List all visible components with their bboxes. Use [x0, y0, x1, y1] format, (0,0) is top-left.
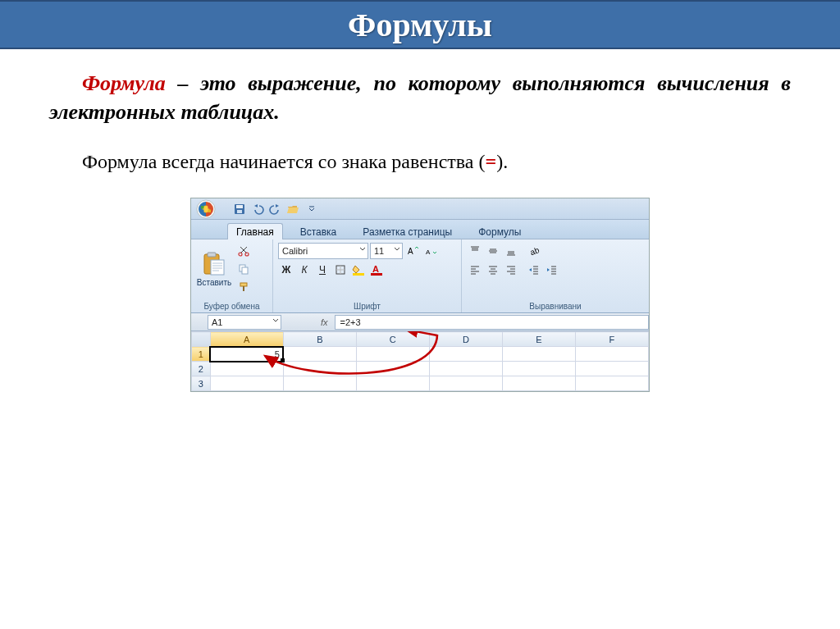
- svg-rect-8: [237, 210, 242, 213]
- office-button[interactable]: [194, 199, 226, 219]
- slide-title-bar: Формулы: [0, 0, 840, 49]
- formula-value: =2+3: [340, 317, 361, 327]
- col-header-c[interactable]: C: [356, 332, 429, 347]
- sheet-grid[interactable]: A B C D E F 1 5: [191, 331, 649, 391]
- fill-color-button[interactable]: [350, 262, 367, 278]
- cell-a1[interactable]: 5: [210, 347, 283, 362]
- svg-rect-3: [208, 206, 212, 209]
- cut-button[interactable]: [235, 243, 252, 259]
- cell-f3[interactable]: [575, 376, 648, 391]
- svg-rect-21: [353, 273, 364, 276]
- save-button[interactable]: [232, 202, 247, 217]
- note-equals-sign: =: [485, 151, 496, 172]
- cell-f2[interactable]: [575, 362, 648, 376]
- paste-label: Вставить: [197, 278, 231, 287]
- note-after: ).: [496, 151, 508, 172]
- cell-c2[interactable]: [356, 362, 429, 376]
- formula-note: Формула всегда начинается со знака равен…: [49, 151, 791, 173]
- col-header-e[interactable]: E: [502, 332, 575, 347]
- svg-rect-4: [201, 209, 204, 212]
- cell-c1[interactable]: [356, 347, 429, 362]
- redo-button[interactable]: [268, 202, 283, 217]
- cell-d3[interactable]: [429, 376, 502, 391]
- chevron-down-icon: [394, 246, 400, 253]
- format-painter-button[interactable]: [235, 279, 252, 295]
- cell-a2[interactable]: [210, 362, 283, 376]
- formula-bar: A1 fx =2+3: [191, 313, 649, 331]
- svg-rect-16: [240, 283, 247, 286]
- cell-b1[interactable]: [283, 347, 356, 362]
- decrease-font-button[interactable]: A: [422, 243, 439, 259]
- cell-b3[interactable]: [283, 376, 356, 391]
- paste-button[interactable]: Вставить: [196, 252, 232, 287]
- orientation-button[interactable]: ab: [526, 243, 542, 259]
- increase-indent-button[interactable]: [544, 262, 560, 278]
- formula-input[interactable]: =2+3: [335, 315, 649, 330]
- group-font: Calibri 11 A A Ж К: [273, 239, 462, 312]
- font-name-value: Calibri: [282, 246, 308, 256]
- col-header-a[interactable]: A: [210, 332, 283, 347]
- font-name-select[interactable]: Calibri: [278, 243, 368, 259]
- cell-f1[interactable]: [575, 347, 648, 362]
- cell-b2[interactable]: [283, 362, 356, 376]
- tab-page-layout[interactable]: Разметка страницы: [354, 223, 461, 239]
- font-color-button[interactable]: A: [368, 262, 385, 278]
- cell-a3[interactable]: [210, 376, 283, 391]
- tab-formulas[interactable]: Формулы: [469, 223, 530, 239]
- svg-text:A: A: [426, 248, 431, 256]
- row-header-3[interactable]: 3: [192, 376, 211, 391]
- align-bottom-button[interactable]: [503, 243, 519, 259]
- chevron-down-icon: [272, 317, 279, 324]
- bold-button[interactable]: Ж: [278, 262, 294, 278]
- align-middle-button[interactable]: [485, 243, 501, 259]
- slide-title: Формулы: [348, 6, 492, 44]
- fx-icon[interactable]: fx: [314, 317, 335, 327]
- slide-body: Формула – это выражение, по которому вып…: [0, 49, 840, 412]
- svg-text:ab: ab: [529, 245, 540, 257]
- decrease-indent-button[interactable]: [526, 262, 542, 278]
- underline-button[interactable]: Ч: [314, 262, 331, 278]
- group-font-label: Шрифт: [278, 300, 456, 311]
- align-left-button[interactable]: [467, 262, 483, 278]
- select-all-corner[interactable]: [192, 332, 211, 347]
- svg-text:A: A: [372, 264, 379, 274]
- ribbon: Вставить: [191, 239, 649, 313]
- cell-e2[interactable]: [502, 362, 575, 376]
- cell-d1[interactable]: [429, 347, 502, 362]
- name-box[interactable]: A1: [208, 315, 281, 330]
- col-header-f[interactable]: F: [575, 332, 648, 347]
- excel-window: Главная Вставка Разметка страницы Формул…: [190, 198, 650, 392]
- paste-icon: [201, 252, 227, 276]
- cell-e3[interactable]: [502, 376, 575, 391]
- cell-c3[interactable]: [356, 376, 429, 391]
- align-top-button[interactable]: [467, 243, 483, 259]
- svg-rect-2: [201, 206, 204, 209]
- svg-rect-23: [371, 273, 382, 276]
- undo-button[interactable]: [250, 202, 265, 217]
- font-size-select[interactable]: 11: [370, 243, 403, 259]
- svg-text:A: A: [408, 247, 413, 256]
- open-button[interactable]: [286, 202, 301, 217]
- align-center-button[interactable]: [485, 262, 501, 278]
- col-header-b[interactable]: B: [283, 332, 356, 347]
- row-header-1[interactable]: 1: [192, 347, 211, 362]
- increase-font-button[interactable]: A: [404, 243, 421, 259]
- italic-button[interactable]: К: [296, 262, 313, 278]
- border-button[interactable]: [332, 262, 349, 278]
- cell-d2[interactable]: [429, 362, 502, 376]
- font-size-value: 11: [374, 246, 384, 256]
- qat-customize-dropdown[interactable]: [304, 202, 319, 217]
- svg-rect-7: [236, 205, 243, 208]
- group-clipboard: Вставить: [191, 239, 273, 312]
- quick-access-toolbar: [191, 198, 649, 220]
- tab-home[interactable]: Главная: [227, 223, 283, 239]
- cell-e1[interactable]: [502, 347, 575, 362]
- tab-insert[interactable]: Вставка: [291, 223, 346, 239]
- col-header-d[interactable]: D: [429, 332, 502, 347]
- fx-wrap: fx: [314, 317, 335, 327]
- row-header-2[interactable]: 2: [192, 362, 211, 376]
- align-right-button[interactable]: [503, 262, 519, 278]
- svg-rect-17: [243, 286, 244, 291]
- svg-rect-10: [208, 253, 216, 257]
- copy-button[interactable]: [235, 261, 252, 277]
